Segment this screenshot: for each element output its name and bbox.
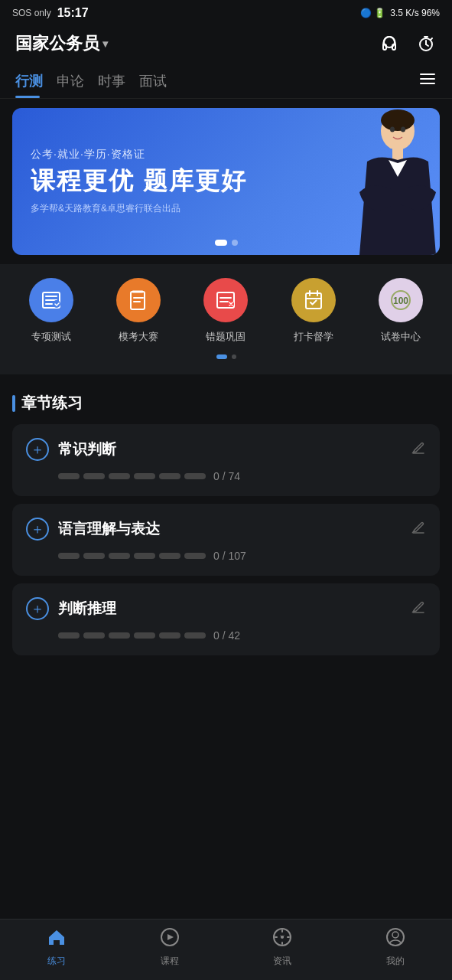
progress-seg (83, 473, 105, 479)
progress-seg (83, 632, 105, 639)
play-icon (160, 927, 180, 952)
bottom-nav-kecheng[interactable]: 课程 (143, 927, 197, 968)
feature-daka[interactable]: 打卡督学 (291, 278, 336, 344)
feature-shijuan[interactable]: 100 试卷中心 (379, 278, 423, 344)
tab-xingce[interactable]: 行测 (15, 64, 57, 98)
status-icons: 🔵 🔋 (360, 8, 385, 18)
home-icon (47, 927, 67, 952)
svg-rect-15 (306, 293, 321, 309)
menu-icon[interactable] (418, 70, 437, 93)
features-dot-1 (216, 354, 227, 359)
progress-seg (159, 632, 180, 639)
progress-seg (134, 473, 155, 479)
progress-count-2: 0 / 107 (213, 550, 246, 562)
edit-icon-1[interactable] (411, 440, 426, 459)
headphone-icon[interactable] (379, 33, 400, 54)
progress-bars-3 (58, 632, 206, 639)
banner-dot-2 (232, 240, 238, 246)
status-bar: SOS only 15:17 🔵 🔋 3.5 K/s 96% (0, 0, 452, 24)
edit-icon-2[interactable] (411, 520, 426, 539)
chapter-header-3: ＋ 判断推理 (26, 597, 426, 620)
chapter-section: 章节练习 ＋ 常识判断 (0, 381, 452, 655)
nav-tabs: 行测 申论 时事 面试 (0, 64, 452, 99)
svg-point-5 (381, 109, 415, 131)
daka-icon (291, 278, 336, 322)
progress-seg (58, 553, 80, 559)
progress-seg (184, 632, 206, 639)
status-time: 15:17 (57, 6, 89, 20)
progress-seg (83, 553, 105, 559)
bottom-label-kecheng: 课程 (161, 955, 179, 968)
mokao-icon (116, 278, 161, 322)
progress-seg (109, 473, 130, 479)
bottom-nav-zixun[interactable]: 资讯 (255, 927, 309, 968)
features-row: 专项测试 模考大赛 (8, 278, 444, 344)
feature-mokaodasa[interactable]: 模考大赛 (116, 278, 161, 344)
svg-point-7 (390, 127, 395, 132)
tab-shishi[interactable]: 时事 (98, 64, 139, 98)
progress-seg (159, 553, 180, 559)
progress-seg (159, 473, 180, 479)
timer-icon[interactable] (415, 33, 437, 54)
progress-seg (134, 632, 155, 639)
svg-point-10 (53, 300, 60, 308)
progress-row-1: 0 / 74 (26, 470, 426, 482)
feature-cuoti[interactable]: 错题巩固 (203, 278, 248, 344)
feature-zhuanxiang[interactable]: 专项测试 (29, 278, 73, 344)
banner-figure (302, 108, 440, 255)
features-dots (8, 354, 444, 359)
app-title: 国家公务员 (15, 32, 99, 55)
header-icons (379, 33, 437, 54)
banner[interactable]: 公考·就业·学历·资格证 课程更优 题库更好 多学帮&天路教育&卓思睿行联合出品 (12, 108, 440, 255)
chapter-header-1: ＋ 常识判断 (26, 438, 426, 461)
section-title-text: 章节练习 (21, 393, 83, 413)
chapter-card-yuyan[interactable]: ＋ 语言理解与表达 0 / 107 (12, 504, 440, 576)
plus-icon-2[interactable]: ＋ (26, 518, 49, 541)
plus-icon-3[interactable]: ＋ (26, 597, 49, 620)
cuoti-icon (203, 278, 248, 322)
feature-label-daka: 打卡督学 (294, 330, 333, 344)
bottom-label-lianxi: 练习 (47, 955, 66, 968)
feature-label-mokao: 模考大赛 (119, 330, 158, 344)
feature-label-zhuanxiang: 专项测试 (31, 330, 71, 344)
svg-rect-11 (131, 292, 145, 309)
tab-shenlun[interactable]: 申论 (57, 64, 98, 98)
progress-seg (184, 553, 206, 559)
banner-dot-1 (215, 240, 227, 246)
chapter-name-3: 判断推理 (58, 599, 402, 619)
chapter-card-panduan[interactable]: ＋ 判断推理 0 / 42 (12, 583, 440, 655)
progress-seg (184, 473, 206, 479)
edit-icon-3[interactable] (411, 599, 426, 619)
chapter-card-changshi[interactable]: ＋ 常识判断 0 / 74 (12, 424, 440, 496)
bottom-label-wode: 我的 (386, 955, 405, 968)
status-sos: SOS only (12, 8, 51, 18)
bottom-nav-wode[interactable]: 我的 (369, 927, 422, 968)
progress-seg (109, 553, 130, 559)
chapter-name-1: 常识判断 (58, 439, 402, 459)
chevron-down-icon[interactable]: ▾ (102, 38, 108, 50)
progress-count-3: 0 / 42 (213, 629, 240, 642)
header-title[interactable]: 国家公务员 ▾ (15, 32, 108, 55)
svg-point-22 (392, 932, 398, 938)
profile-icon (385, 927, 405, 952)
bottom-nav: 练习 课程 资讯 我的 (0, 919, 452, 980)
progress-row-2: 0 / 107 (26, 550, 426, 562)
svg-point-8 (401, 127, 405, 132)
tab-mianshi[interactable]: 面试 (139, 64, 180, 98)
feature-label-shijuan: 试卷中心 (381, 330, 421, 344)
compass-icon (272, 927, 292, 952)
plus-icon-1[interactable]: ＋ (26, 438, 49, 461)
svg-text:100: 100 (393, 296, 408, 306)
chapter-header-2: ＋ 语言理解与表达 (26, 518, 426, 541)
header: 国家公务员 ▾ (0, 24, 452, 64)
bottom-label-zixun: 资讯 (273, 955, 291, 968)
progress-seg (58, 473, 80, 479)
svg-rect-12 (132, 290, 143, 293)
feature-label-cuoti: 错题巩固 (206, 330, 246, 344)
bottom-nav-lianxi[interactable]: 练习 (30, 927, 83, 968)
progress-row-3: 0 / 42 (26, 629, 426, 642)
section-title: 章节练习 (12, 393, 440, 413)
banner-dots (215, 240, 238, 246)
section-bar-icon (12, 395, 15, 412)
progress-bars-1 (58, 473, 206, 479)
